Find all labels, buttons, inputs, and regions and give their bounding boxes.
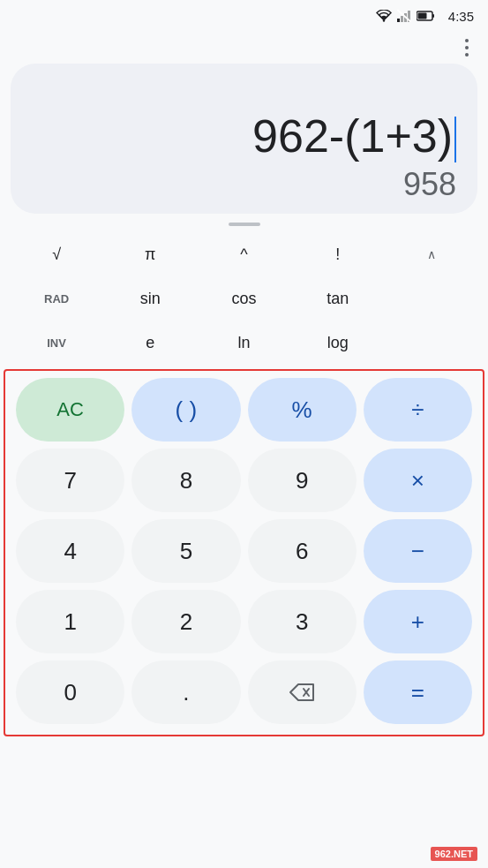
svg-rect-1 [397,19,400,22]
swipe-handle[interactable] [0,214,488,230]
ln-button[interactable]: ln [198,321,289,364]
eight-button[interactable]: 8 [131,449,240,512]
scientific-area: √ π ^ ! ∧ RAD sin cos tan INV e ln log [0,230,488,364]
sci-row-1: √ π ^ ! ∧ [11,233,477,275]
battery-icon [417,11,436,21]
clear-button[interactable]: AC [16,378,124,442]
six-button[interactable]: 6 [248,519,357,583]
sin-button[interactable]: sin [104,277,196,320]
rad-button[interactable]: RAD [11,277,102,320]
tan-button[interactable]: tan [292,277,384,320]
key-row-3: 4 5 6 − [16,519,472,583]
add-button[interactable]: + [364,590,472,653]
menu-button-area [0,32,488,64]
log-button[interactable]: log [292,321,384,364]
watermark: 962.NET [431,847,477,861]
more-options-button[interactable] [462,35,472,60]
sci-empty-1 [386,277,477,320]
percent-button[interactable]: % [248,378,357,442]
expression-display: 962-(1+3) [252,111,456,162]
five-button[interactable]: 5 [131,519,240,583]
key-row-2: 7 8 9 × [16,449,472,512]
key-row-1: AC ( ) % ÷ [16,378,472,442]
display-area: 962-(1+3) 958 [11,64,477,214]
key-row-5: 0 . = [16,660,472,724]
cursor [454,117,456,162]
four-button[interactable]: 4 [16,519,124,583]
equals-button[interactable]: = [364,660,472,724]
divide-button[interactable]: ÷ [364,378,472,442]
backspace-icon [289,683,315,702]
two-button[interactable]: 2 [131,590,240,653]
sci-row-2: RAD sin cos tan [11,277,477,320]
svg-rect-7 [432,14,434,18]
sci-empty-2 [386,321,477,364]
power-button[interactable]: ^ [198,233,289,275]
nine-button[interactable]: 9 [248,449,357,512]
one-button[interactable]: 1 [16,590,124,653]
parentheses-button[interactable]: ( ) [131,378,240,442]
svg-rect-2 [401,16,403,22]
result-display: 958 [403,166,456,203]
subtract-button[interactable]: − [364,519,472,583]
three-button[interactable]: 3 [248,590,357,653]
status-time: 4:35 [448,9,474,24]
euler-button[interactable]: e [104,321,196,364]
expand-button[interactable]: ∧ [386,233,477,275]
svg-point-0 [383,19,385,21]
decimal-button[interactable]: . [131,660,240,724]
key-row-4: 1 2 3 + [16,590,472,653]
status-icons: 4:35 [376,9,474,24]
cos-button[interactable]: cos [198,277,289,320]
status-bar: 4:35 [0,0,488,32]
svg-rect-8 [417,13,426,19]
sqrt-button[interactable]: √ [11,233,102,275]
factorial-button[interactable]: ! [292,233,384,275]
inv-button[interactable]: INV [11,321,102,364]
handle-bar [229,223,260,226]
seven-button[interactable]: 7 [16,449,124,512]
sci-row-3: INV e ln log [11,321,477,364]
multiply-button[interactable]: × [364,449,472,512]
zero-button[interactable]: 0 [16,660,124,724]
backspace-button[interactable] [248,660,357,724]
pi-button[interactable]: π [104,233,196,275]
wifi-icon [376,10,392,22]
signal-icon [397,10,411,22]
keypad: AC ( ) % ÷ 7 8 9 × 4 5 6 − 1 2 3 + 0 . = [4,369,484,736]
